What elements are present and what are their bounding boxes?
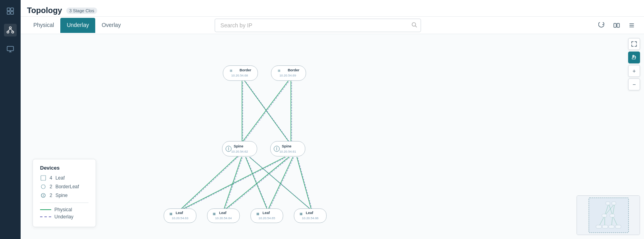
svg-rect-77 [41,176,46,180]
svg-rect-56 [270,141,305,156]
svg-line-31 [246,157,267,209]
canvas-controls: + − [628,38,640,90]
legend-divider [40,203,88,203]
compare-nodes-button[interactable] [611,19,623,31]
minimap [577,195,640,235]
legend-spine: 2 Spine [40,192,88,199]
borderleaf-label: BorderLeaf [56,184,79,189]
svg-point-6 [12,31,14,33]
topology-badge: 3 Stage Clos [66,8,98,14]
physical-line-sample [40,209,51,210]
refresh-button[interactable] [596,19,607,31]
svg-line-27 [181,156,238,209]
tab-underlay[interactable]: Underlay [60,18,95,33]
list-view-button[interactable] [626,19,638,31]
page-title: Topology [27,6,62,15]
legend-physical: Physical [40,207,88,212]
legend-borderleaf: 2 BorderLeaf [40,184,88,190]
legend-leaf: 4 Leaf [40,175,88,181]
tab-physical[interactable]: Physical [27,18,60,33]
svg-line-41 [297,157,311,210]
canvas-area[interactable]: ⊞ Border 10.20.54.68 ⊞ Border 10.20.54.6… [21,34,644,239]
svg-text:⊞: ⊞ [278,69,281,73]
zoom-in-button[interactable]: + [628,65,640,77]
svg-rect-2 [7,11,10,14]
sidebar [0,0,21,239]
svg-rect-51 [222,141,257,156]
svg-text:▦: ▦ [300,212,303,216]
search-container [215,19,421,32]
leaf-icon [40,175,46,181]
zoom-out-button[interactable]: − [628,78,640,90]
svg-line-30 [225,157,242,210]
svg-rect-14 [614,23,616,27]
svg-point-4 [10,27,12,29]
svg-line-32 [246,157,268,210]
svg-text:Spine: Spine [282,144,291,148]
svg-text:Leaf: Leaf [176,211,183,215]
svg-text:Leaf: Leaf [306,211,313,215]
svg-line-13 [415,26,417,27]
zoom-out-icon: − [632,81,636,88]
svg-rect-15 [617,23,619,27]
svg-rect-3 [11,11,13,14]
topology-graph: ⊞ Border 10.20.54.68 ⊞ Border 10.20.54.6… [21,34,644,239]
svg-rect-1 [11,8,13,11]
sidebar-item-monitor[interactable] [4,43,17,55]
svg-text:10.20.54.65: 10.20.54.65 [258,216,275,220]
legend-title: Devices [40,165,88,171]
svg-text:10.20.54.64: 10.20.54.64 [215,216,232,220]
leaf-label: Leaf [56,175,65,181]
svg-line-37 [225,157,289,210]
spine-icon [40,192,46,199]
svg-text:10.20.54.63: 10.20.54.63 [172,216,189,220]
svg-rect-43 [223,66,258,81]
search-icon [411,22,417,29]
legend-underlay: Underlay [40,214,88,220]
fullscreen-button[interactable] [628,38,640,50]
svg-rect-9 [7,46,13,51]
svg-text:10.20.54.62: 10.20.54.62 [231,150,248,153]
svg-point-5 [7,31,9,33]
tabs: Physical Underlay Overlay [27,17,127,34]
svg-rect-47 [271,66,306,81]
zoom-in-icon: + [632,68,636,74]
svg-text:Border: Border [240,68,252,72]
svg-point-78 [41,185,45,189]
legend: Devices 4 Leaf 2 BorderLeaf [33,159,96,227]
svg-text:10.20.54.68: 10.20.54.68 [231,74,248,77]
svg-text:▦: ▦ [256,212,260,216]
physical-label: Physical [54,207,72,212]
tab-overlay[interactable]: Overlay [95,18,127,33]
svg-text:10.20.54.66: 10.20.54.66 [302,216,319,220]
svg-text:10.20.54.69: 10.20.54.69 [279,74,296,77]
underlay-label: Underlay [54,214,73,220]
svg-text:⊞: ⊞ [230,69,233,73]
svg-line-8 [10,29,13,31]
search-input[interactable] [215,19,421,32]
svg-text:10.20.54.61: 10.20.54.61 [279,150,296,153]
svg-line-7 [8,29,10,31]
svg-rect-98 [589,198,629,233]
underlay-line-sample [40,216,51,217]
spine-count: 2 [50,193,52,198]
toolbar-right [596,19,638,31]
pan-button[interactable] [628,52,640,63]
svg-rect-0 [7,8,10,11]
borderleaf-icon [40,184,46,190]
sidebar-item-grid[interactable] [4,5,17,17]
borderleaf-count: 2 [50,184,52,189]
svg-line-35 [181,157,285,210]
svg-text:Leaf: Leaf [263,211,270,215]
main-panel: Topology 3 Stage Clos Physical Underlay … [21,0,644,239]
minimap-svg [577,196,640,235]
svg-line-28 [181,157,238,210]
svg-text:Spine: Spine [234,144,243,148]
sidebar-item-topology[interactable] [4,24,17,36]
svg-text:▦: ▦ [169,212,173,216]
svg-line-40 [269,157,294,210]
svg-text:Border: Border [288,68,300,72]
svg-text:Leaf: Leaf [219,211,226,215]
leaf-count: 4 [50,175,52,181]
svg-line-29 [224,157,242,209]
